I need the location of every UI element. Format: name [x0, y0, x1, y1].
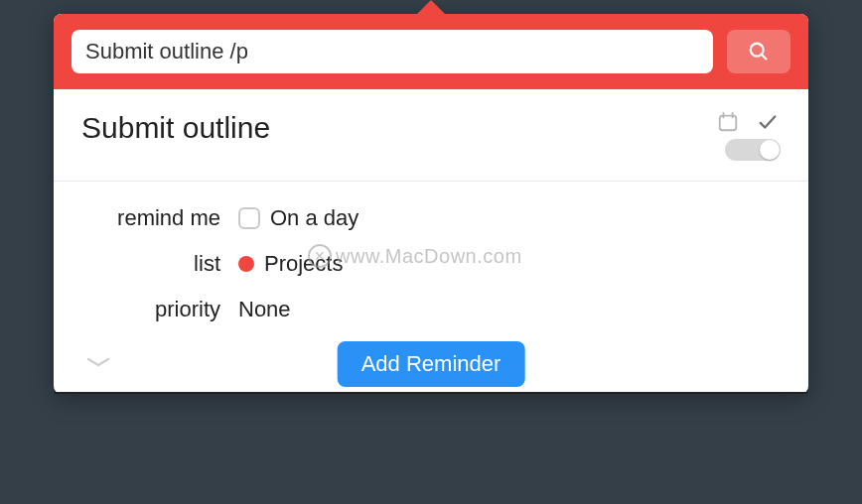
- toggle-knob: [760, 140, 780, 160]
- reminder-popover: Submit outline remin: [54, 14, 808, 394]
- remind-checkbox[interactable]: [238, 207, 260, 229]
- search-icon: [748, 41, 770, 63]
- list-value[interactable]: Projects: [238, 251, 781, 277]
- bottom-bar: [54, 392, 808, 394]
- expand-chevron[interactable]: [81, 350, 115, 378]
- list-color-dot: [238, 256, 254, 272]
- divider: [54, 181, 808, 182]
- priority-label: priority: [81, 297, 220, 322]
- priority-text: None: [238, 297, 291, 322]
- search-input[interactable]: [72, 30, 713, 73]
- list-label: list: [81, 251, 220, 277]
- popover-arrow: [415, 0, 447, 16]
- add-reminder-button[interactable]: Add Reminder: [338, 341, 525, 387]
- chevron-down-icon: [85, 354, 111, 370]
- content-area: Submit outline remin: [54, 89, 808, 394]
- remind-text: On a day: [270, 205, 359, 231]
- header-bar: [54, 14, 808, 89]
- calendar-icon[interactable]: [717, 111, 739, 133]
- title-right-controls: [717, 111, 781, 161]
- completed-toggle[interactable]: [725, 139, 781, 161]
- svg-rect-2: [720, 116, 737, 131]
- search-button[interactable]: [727, 30, 790, 73]
- remind-label: remind me: [81, 205, 220, 231]
- svg-line-1: [762, 55, 767, 60]
- footer-row: Add Reminder: [81, 350, 781, 378]
- fields-grid: remind me On a day list Projects priorit…: [81, 205, 781, 322]
- task-title: Submit outline: [81, 111, 270, 145]
- priority-value[interactable]: None: [238, 297, 781, 322]
- remind-value[interactable]: On a day: [238, 205, 781, 231]
- checkmark-icon[interactable]: [757, 111, 779, 133]
- icon-row: [717, 111, 779, 133]
- list-name: Projects: [264, 251, 343, 277]
- title-row: Submit outline: [81, 111, 781, 161]
